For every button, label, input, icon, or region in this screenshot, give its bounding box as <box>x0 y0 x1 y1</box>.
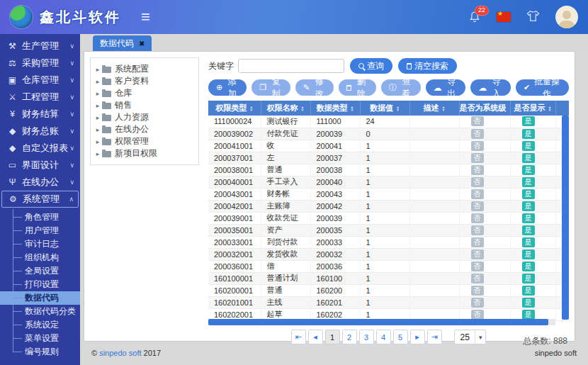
tree-node[interactable]: ▸ 销售 <box>94 99 196 111</box>
sidebar-menu-item[interactable]: ⚒ 生产管理 ∨ <box>0 38 80 55</box>
sort-icon[interactable] <box>442 106 446 111</box>
expand-caret-icon[interactable]: ▸ <box>94 90 102 97</box>
query-button[interactable]: 查询 <box>350 58 392 74</box>
tree-node[interactable]: ▸ 在线办公 <box>94 123 196 135</box>
table-row[interactable]: 200039002 付款凭证 200039 0 否 是 <box>208 128 569 140</box>
tab-data-code[interactable]: 数据代码 ✖ <box>93 35 152 51</box>
table-row[interactable]: 200042001 主账簿 200042 1 否 是 <box>208 200 569 212</box>
tree-node[interactable]: ▸ 权限管理 <box>94 135 196 147</box>
language-flag-icon[interactable]: ★ <box>497 12 511 22</box>
table-row[interactable]: 200033001 到货付款 200033 1 否 是 <box>208 236 569 248</box>
menu-item-icon: ⚙ <box>8 194 18 204</box>
horizontal-scrollbar[interactable] <box>208 319 555 325</box>
toolbar-button[interactable]: 导入 <box>470 79 511 96</box>
sidebar-submenu-item[interactable]: 角色管理 <box>0 210 80 224</box>
page-size-select[interactable]: 25 ▾ <box>454 330 487 344</box>
toolbar-button-icon <box>478 84 487 92</box>
tree-node[interactable]: ▸ 新项目权限 <box>94 147 196 159</box>
expand-caret-icon[interactable]: ▸ <box>94 66 102 73</box>
last-page-button[interactable]: ⇥ <box>427 330 442 344</box>
sidebar-submenu-item[interactable]: 系统设定 <box>0 318 80 332</box>
sidebar-submenu-item[interactable]: 全局设置 <box>0 264 80 278</box>
column-header[interactable]: 权限类型 <box>208 101 261 116</box>
sidebar-submenu-item[interactable]: 审计日志 <box>0 237 80 251</box>
toolbar-button[interactable]: 修改 <box>295 79 334 96</box>
sidebar-submenu-item[interactable]: 菜单设置 <box>0 332 80 345</box>
table-row[interactable]: 160201001 主线 160201 1 否 是 <box>208 296 569 308</box>
page-number-button[interactable]: 4 <box>376 330 391 344</box>
tree-node[interactable]: ▸ 人力资源 <box>94 111 196 123</box>
expand-caret-icon[interactable]: ▸ <box>94 138 102 145</box>
toolbar-button[interactable]: 删除 <box>339 79 375 96</box>
scrollbar-thumb[interactable] <box>208 319 548 325</box>
table-row[interactable]: 200041001 收 200041 1 否 是 <box>208 140 569 152</box>
first-page-button[interactable]: ⇤ <box>291 330 306 344</box>
brand-link[interactable]: sinpedo soft <box>99 349 141 357</box>
column-header[interactable]: 描述 <box>409 101 459 116</box>
vertical-scrollbar[interactable] <box>562 116 569 320</box>
sort-icon[interactable] <box>396 106 400 111</box>
sidebar-submenu-item[interactable]: 数据代码 <box>0 291 80 305</box>
sidebar-menu-item[interactable]: ▣ 仓库管理 ∨ <box>0 72 80 89</box>
toolbar-button[interactable]: 导出 <box>426 79 466 96</box>
table-row[interactable]: 200039001 收款凭证 200039 1 否 是 <box>208 212 569 224</box>
sort-icon[interactable] <box>351 106 354 111</box>
table-row[interactable]: 200036001 借 200036 1 否 是 <box>208 260 569 272</box>
tree-node[interactable]: ▸ 仓库 <box>94 87 196 99</box>
page-number-button[interactable]: 2 <box>342 330 357 344</box>
clear-search-button[interactable]: 清空搜索 <box>398 58 457 74</box>
column-header[interactable]: 数据值 <box>360 101 409 116</box>
table-row[interactable]: 200040001 手工录入 200040 1 否 是 <box>208 176 569 188</box>
table-row[interactable]: 160200001 普通 160200 1 否 是 <box>208 284 569 296</box>
table-row[interactable]: 111000024 测试银行 111000 24 否 是 <box>208 116 569 128</box>
sidebar-menu-item[interactable]: ⚖ 采购管理 ∨ <box>0 55 80 72</box>
sidebar-submenu-item[interactable]: 编号规则 <box>0 345 80 359</box>
column-header[interactable]: 权限名称 <box>261 101 310 116</box>
column-header[interactable]: 是否为系统级 <box>459 101 510 116</box>
close-tab-icon[interactable]: ✖ <box>139 40 145 47</box>
sidebar-submenu-item[interactable]: 组织机构 <box>0 251 80 264</box>
sidebar-menu-item[interactable]: ◆ 财务总账 ∨ <box>0 123 80 140</box>
column-header[interactable]: 数据类型 <box>310 101 360 116</box>
sidebar-menu-item[interactable]: Ψ 在线办公 ∨ <box>0 174 80 191</box>
tree-node[interactable]: ▸ 客户资料 <box>94 75 196 87</box>
toolbar-button[interactable]: 查看 <box>381 79 421 96</box>
table-row[interactable]: 200043001 财务帐 200043 1 否 是 <box>208 188 569 200</box>
notifications-button[interactable]: 22 <box>468 11 481 23</box>
toolbar-button[interactable]: 添加 <box>208 79 247 96</box>
theme-icon[interactable] <box>526 10 540 25</box>
sidebar-menu-item[interactable]: ▭ 界面设计 ∨ <box>0 157 80 174</box>
page-number-button[interactable]: 1 <box>325 330 340 344</box>
sidebar-submenu-item[interactable]: 数据代码分类 <box>0 305 80 318</box>
toolbar-button[interactable]: 复制 <box>251 79 290 96</box>
sidebar-menu-item[interactable]: ⚙ 系统管理 ∧ <box>1 191 79 208</box>
prev-page-button[interactable]: ◂ <box>308 330 323 344</box>
sidebar-submenu-item[interactable]: 打印设置 <box>0 278 80 291</box>
sidebar-menu-item[interactable]: ◆ 自定义报表 ∨ <box>0 140 80 157</box>
column-header[interactable]: 是否显示 <box>510 101 555 116</box>
keyword-input[interactable] <box>238 59 344 73</box>
tree-node[interactable]: ▸ 系统配置 <box>94 63 196 75</box>
next-page-button[interactable]: ▸ <box>410 330 425 344</box>
toolbar-button[interactable]: 批量操作 <box>516 79 569 96</box>
sidebar-menu-item[interactable]: ¥ 财务结算 ∨ <box>0 106 80 123</box>
sidebar-submenu-item[interactable]: 用户管理 <box>0 224 80 237</box>
table-row[interactable]: 160100001 普通计划 160100 1 否 是 <box>208 272 569 284</box>
menu-toggle-icon[interactable]: ≡ <box>141 9 150 25</box>
expand-caret-icon[interactable]: ▸ <box>94 126 102 133</box>
table-row[interactable]: 200035001 资产 200035 1 否 是 <box>208 224 569 236</box>
sort-icon[interactable] <box>249 106 253 111</box>
expand-caret-icon[interactable]: ▸ <box>94 114 102 121</box>
user-avatar[interactable] <box>555 6 578 28</box>
table-row[interactable]: 200032001 发货收款 200032 1 否 是 <box>208 248 569 260</box>
table-row[interactable]: 200037001 左 200037 1 否 是 <box>208 152 569 164</box>
expand-caret-icon[interactable]: ▸ <box>94 102 102 109</box>
sidebar-menu-item[interactable]: ⚔ 工程管理 ∨ <box>0 89 80 106</box>
page-number-button[interactable]: 3 <box>359 330 374 344</box>
sort-icon[interactable] <box>548 106 552 111</box>
page-number-button[interactable]: 5 <box>393 330 408 344</box>
sort-icon[interactable] <box>301 106 305 111</box>
table-row[interactable]: 200038001 普通 200038 1 否 是 <box>208 164 569 176</box>
expand-caret-icon[interactable]: ▸ <box>94 150 102 157</box>
expand-caret-icon[interactable]: ▸ <box>94 78 102 85</box>
